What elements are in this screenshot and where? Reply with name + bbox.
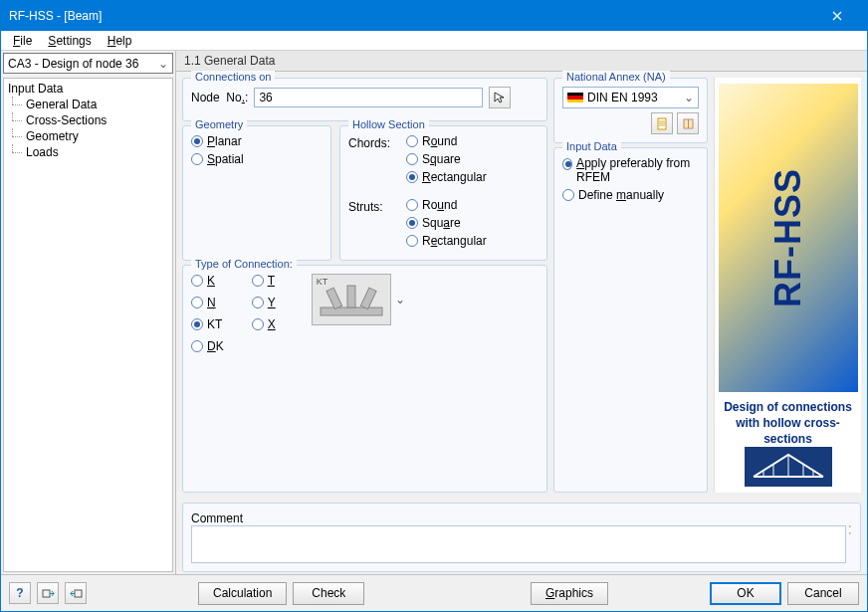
brand-panel: RF-HSS Design of connections with hollow… — [714, 78, 861, 493]
input-apply-radio[interactable]: Apply preferably from RFEM — [562, 156, 699, 184]
brand-logo — [745, 447, 832, 487]
radio-icon — [191, 340, 203, 352]
type-y-radio[interactable]: Y — [252, 296, 276, 309]
radio-icon — [191, 318, 203, 330]
connections-on-group: Connections on Node No.: — [182, 78, 547, 121]
chords-square-radio[interactable]: Square — [406, 152, 487, 166]
na-value: DIN EN 1993 — [587, 91, 658, 104]
book-icon — [682, 117, 695, 130]
comment-textarea[interactable] — [191, 525, 846, 563]
struts-square-radio[interactable]: Square — [406, 216, 487, 230]
hollow-section-group: Hollow Section Chords: Round Square Rect… — [339, 125, 547, 261]
cursor-icon — [493, 91, 507, 104]
type-kt-radio[interactable]: KT — [191, 317, 224, 331]
left-column: CA3 - Design of node 36 ⌄ Input Data Gen… — [1, 51, 176, 574]
na-select[interactable]: DIN EN 1993 ⌄ — [562, 87, 699, 108]
close-button[interactable] — [814, 1, 859, 31]
node-no-label: Node No.: — [191, 91, 248, 104]
radio-icon — [406, 153, 418, 165]
struts-round-radio[interactable]: Round — [406, 198, 487, 212]
comment-legend: Comment — [191, 511, 852, 525]
case-selector[interactable]: CA3 - Design of node 36 ⌄ — [3, 53, 173, 74]
na-edit-button[interactable] — [651, 112, 673, 134]
export-button[interactable] — [37, 582, 59, 604]
help-icon: ? — [16, 586, 23, 600]
menu-file[interactable]: File — [5, 32, 40, 50]
chords-label: Chords: — [348, 134, 394, 188]
form-left: Connections on Node No.: Geometry — [182, 78, 547, 493]
radio-icon — [191, 297, 203, 308]
menu-help[interactable]: Help — [100, 32, 140, 50]
svg-rect-4 — [658, 118, 666, 129]
center-column: 1.1 General Data Connections on Node No.… — [176, 51, 867, 574]
type-connection-legend: Type of Connection: — [191, 258, 297, 270]
brand-image: RF-HSS — [719, 84, 858, 392]
case-selector-value: CA3 - Design of node 36 — [8, 57, 138, 71]
page-icon — [656, 117, 669, 130]
chords-round-radio[interactable]: Round — [406, 134, 487, 148]
cancel-button[interactable]: Cancel — [787, 582, 859, 605]
node-no-input[interactable] — [254, 88, 483, 107]
ok-button[interactable]: OK — [710, 582, 781, 605]
chords-rect-radio[interactable]: Rectangular — [406, 170, 487, 184]
radio-icon — [406, 199, 418, 211]
radio-icon — [406, 235, 418, 247]
help-button[interactable]: ? — [9, 582, 31, 604]
type-preview: KT — [312, 274, 391, 325]
connections-on-legend: Connections on — [191, 71, 275, 83]
radio-icon — [252, 297, 264, 308]
radio-icon — [252, 318, 264, 330]
form-area: Connections on Node No.: Geometry — [176, 72, 867, 499]
input-define-radio[interactable]: Define manually — [562, 188, 699, 202]
pick-node-button[interactable] — [489, 87, 511, 108]
close-icon — [832, 11, 842, 21]
radio-icon — [191, 275, 203, 287]
main-body: CA3 - Design of node 36 ⌄ Input Data Gen… — [1, 51, 867, 574]
input-data-legend: Input Data — [562, 140, 621, 152]
geometry-planar-radio[interactable]: Planar — [191, 134, 323, 148]
comment-group: Comment ˄˅ — [182, 503, 861, 572]
national-annex-group: National Annex (NA) DIN EN 1993 ⌄ — [553, 78, 708, 143]
na-legend: National Annex (NA) — [562, 71, 670, 83]
comment-scroll[interactable]: ˄˅ — [848, 525, 852, 563]
svg-rect-3 — [360, 289, 376, 310]
geometry-legend: Geometry — [191, 118, 247, 130]
geometry-group: Geometry Planar Spatial — [182, 125, 331, 261]
radio-icon — [406, 217, 418, 229]
type-k-radio[interactable]: K — [191, 274, 224, 288]
na-library-button[interactable] — [677, 112, 699, 134]
struts-rect-radio[interactable]: Rectangular — [406, 234, 487, 248]
titlebar: RF-HSS - [Beam] — [1, 1, 867, 31]
tree-item-geometry[interactable]: Geometry — [6, 128, 170, 144]
window-title: RF-HSS - [Beam] — [9, 9, 814, 23]
check-button[interactable]: Check — [293, 582, 364, 605]
calculation-button[interactable]: Calculation — [198, 582, 287, 605]
radio-icon — [406, 135, 418, 147]
radio-icon — [191, 153, 203, 165]
radio-icon — [562, 189, 574, 201]
flag-de-icon — [567, 93, 583, 102]
footer: ? Calculation Check Graphics OK Cancel — [1, 574, 867, 611]
tree-root[interactable]: Input Data — [6, 81, 170, 97]
geometry-spatial-radio[interactable]: Spatial — [191, 152, 323, 166]
app-window: RF-HSS - [Beam] File Settings Help CA3 -… — [0, 0, 868, 612]
type-n-radio[interactable]: N — [191, 296, 224, 309]
tree-item-general-data[interactable]: General Data — [6, 97, 170, 112]
svg-rect-2 — [347, 286, 355, 307]
tree-item-cross-sections[interactable]: Cross-Sections — [6, 112, 170, 128]
hollow-legend: Hollow Section — [348, 118, 429, 130]
form-right: National Annex (NA) DIN EN 1993 ⌄ — [553, 78, 708, 493]
type-x-radio[interactable]: X — [252, 317, 276, 331]
tree-item-loads[interactable]: Loads — [6, 144, 170, 160]
graphics-button[interactable]: Graphics — [531, 582, 608, 605]
radio-icon — [191, 135, 203, 147]
type-connection-group: Type of Connection: K N KT DK T — [182, 265, 547, 493]
dlubal-logo-icon — [749, 450, 828, 484]
type-t-radio[interactable]: T — [252, 274, 276, 288]
menu-settings[interactable]: Settings — [40, 32, 99, 50]
import-button[interactable] — [65, 582, 87, 604]
input-data-group: Input Data Apply preferably from RFEM De… — [553, 147, 708, 493]
type-dk-radio[interactable]: DK — [191, 339, 224, 353]
type-preview-dropdown[interactable]: ⌄ — [395, 293, 405, 306]
svg-rect-1 — [326, 289, 342, 310]
